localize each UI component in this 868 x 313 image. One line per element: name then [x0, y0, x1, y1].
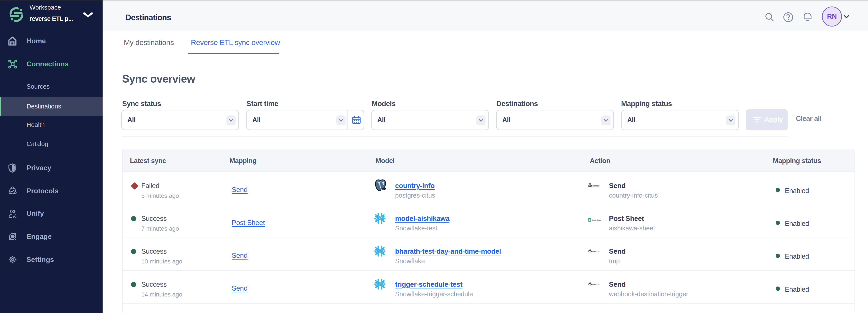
svg-text:Google Sheets: Google Sheets [592, 219, 601, 221]
svg-text:webhooks: webhooks [592, 283, 600, 285]
svg-text:webhooks: webhooks [592, 185, 600, 187]
svg-text:webhooks: webhooks [592, 250, 600, 253]
